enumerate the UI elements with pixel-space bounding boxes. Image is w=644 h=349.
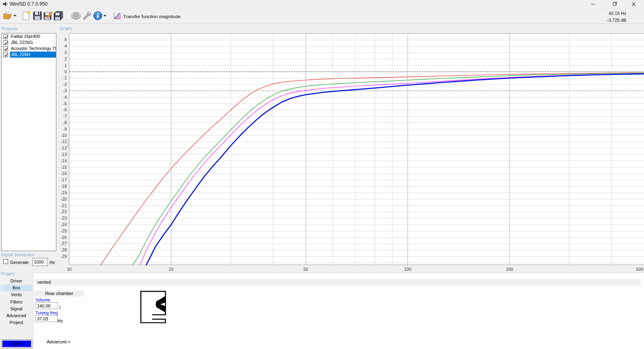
svg-text:-29: -29 [61,254,67,259]
svg-text:-7: -7 [63,114,67,118]
tab-signal[interactable]: Signal [1,305,32,312]
project-row-selected[interactable]: JBL 226H [2,52,56,58]
checkbox-checked-icon[interactable] [3,40,8,45]
svg-text:-28: -28 [61,247,67,252]
window-title: WinISD 0.7.0.950 [10,1,47,7]
info-dropdown-arrow[interactable] [103,15,107,17]
open-folder-icon[interactable] [2,10,13,21]
svg-text:4: 4 [64,44,67,48]
color-swatch[interactable]: Color [2,341,31,347]
project-panel-header: Project [1,271,14,276]
driver-icon[interactable] [71,10,81,21]
box-schematic-diagram [135,283,171,323]
checkbox-checked-icon[interactable] [3,52,8,57]
tuning-freq-input[interactable] [35,315,58,322]
tab-vents[interactable]: Vents [1,291,32,298]
svg-text:-24: -24 [61,222,67,227]
svg-text:100: 100 [404,267,411,272]
tab-box[interactable]: Box [1,285,32,291]
svg-text:0: 0 [64,69,67,74]
project-label[interactable]: Failtal 15pr400 [10,33,56,39]
color-button[interactable]: Color [1,339,32,348]
close-button[interactable] [626,0,641,8]
tab-advanced[interactable]: Advanced [1,312,32,319]
svg-text:3: 3 [64,50,67,55]
box-type-selector[interactable]: vented [35,279,641,285]
svg-text:-13: -13 [61,152,67,157]
svg-text:-17: -17 [61,177,67,182]
toolbar: Transfer function magnitude 42.16 Hz -3.… [0,8,644,24]
tuning-freq-label: Tuning freq. [35,310,59,315]
svg-text:-11: -11 [61,139,67,144]
svg-text:-19: -19 [61,190,67,195]
svg-text:-26: -26 [61,235,67,240]
svg-text:-21: -21 [61,203,67,208]
panel-splitter[interactable] [68,139,69,148]
graph-type-icon[interactable] [112,10,122,21]
generator-frequency-input[interactable] [32,258,48,266]
svg-text:20: 20 [169,267,173,272]
svg-text:500: 500 [636,267,643,272]
svg-text:2: 2 [64,56,67,61]
svg-text:-27: -27 [61,241,67,246]
restore-button[interactable] [608,0,622,8]
wrench-icon[interactable] [81,10,92,21]
save-as-icon[interactable] [43,10,53,21]
transfer-function-graph[interactable]: 543210-1-2-3-4-5-6-7-8-9-10-11-12-13-14-… [56,24,644,272]
svg-text:-5: -5 [63,101,67,106]
box-panel: vented Rear chamber Volume l Tuning freq… [33,272,644,349]
app-icon [2,1,8,7]
svg-text:-12: -12 [61,145,67,150]
save-icon[interactable] [32,10,43,21]
project-label[interactable]: Acoustic Technology TD15H [10,46,56,52]
open-dropdown-arrow[interactable] [13,15,17,17]
svg-text:-20: -20 [61,197,67,202]
generator-frequency-unit: Hz [50,260,55,265]
graph-type-selector[interactable]: Transfer function magnitude [123,14,181,19]
rear-chamber-tab[interactable]: Rear chamber [34,291,84,297]
volume-unit: l [60,305,60,310]
projects-list[interactable]: Failtal 15pr400 JBL 2226G Acoustic Techn… [1,33,56,251]
tab-project[interactable]: Project [1,319,32,326]
generate-label: Generate [10,260,29,265]
svg-text:50: 50 [303,267,308,272]
svg-text:200: 200 [506,267,513,272]
svg-text:5: 5 [64,37,67,42]
vent-opening [164,315,167,319]
save-all-icon[interactable] [53,10,64,21]
toolbar-separator [68,11,69,21]
tab-driver[interactable]: Driver [1,278,32,285]
cursor-level-readout: -3.725 dB [607,18,626,23]
svg-text:-16: -16 [61,171,67,176]
svg-text:-15: -15 [61,165,67,170]
project-row[interactable]: JBL 2226G [2,39,56,46]
minimize-button[interactable] [586,0,601,8]
project-row[interactable]: Acoustic Technology TD15H [2,46,56,52]
checkbox-checked-icon[interactable] [3,46,8,51]
svg-text:-4: -4 [63,95,67,100]
project-label[interactable]: JBL 2226G [10,39,56,46]
checkbox-checked-icon[interactable] [3,34,8,39]
info-icon[interactable] [93,10,103,21]
svg-text:-8: -8 [63,120,67,125]
volume-input[interactable] [35,302,58,309]
project-row[interactable]: Failtal 15pr400 [2,33,56,39]
project-label[interactable]: JBL 226H [10,52,56,58]
tab-filters[interactable]: Filters [1,299,32,305]
svg-text:-14: -14 [61,158,67,163]
new-document-icon[interactable] [21,10,31,21]
toolbar-separator [19,11,19,21]
generate-checkbox[interactable] [3,259,8,264]
signal-generator-header: Signal Generator [1,252,34,257]
svg-text:-3: -3 [63,88,67,93]
svg-text:-18: -18 [61,184,67,189]
advanced-button[interactable]: Advanced-> [47,339,70,344]
svg-text:-6: -6 [63,107,67,112]
project-tabs: Driver Box Vents Filters Signal Advanced… [1,278,32,326]
svg-text:-10: -10 [61,133,67,138]
cursor-frequency-readout: 42.16 Hz [609,11,626,16]
title-bar: WinISD 0.7.0.950 [0,0,644,8]
toolbar-separator [109,11,110,21]
svg-text:-23: -23 [61,216,67,220]
svg-text:-2: -2 [63,82,67,87]
